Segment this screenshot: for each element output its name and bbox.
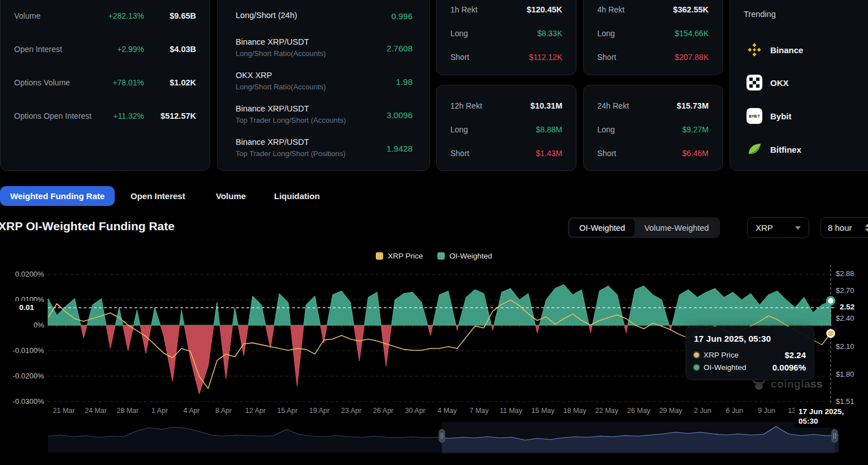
stat-row: Open Interest +2.99% $4.03B xyxy=(14,43,196,55)
rekt-long-label: Long xyxy=(597,125,615,134)
rekt-total: $120.45K xyxy=(527,5,562,14)
ratio-subtitle: Long/Short Ratio(Accounts) xyxy=(236,81,413,93)
rekt-short-label: Short xyxy=(597,149,616,158)
rekt-short-value: $112.12K xyxy=(529,53,562,62)
rekt-total: $10.31M xyxy=(531,101,562,110)
x-axis-tick: 12 Apr xyxy=(237,407,274,415)
chevron-down-icon xyxy=(795,226,801,230)
weighting-mode-toggle: OI-Weighted Volume-Weighted xyxy=(568,217,720,238)
tab-volume[interactable]: Volume xyxy=(216,186,246,206)
ratio-value: 0.996 xyxy=(391,11,413,20)
trending-title: Trending xyxy=(744,10,776,19)
ratio-row: Binance XRP/USDT Long/Short Ratio(Accoun… xyxy=(236,36,413,59)
tooltip-series-value: 0.0096% xyxy=(772,363,806,372)
ratio-title: OKX XRP xyxy=(236,70,413,81)
toggle-oi-weighted[interactable]: OI-Weighted xyxy=(570,219,635,236)
tab-open-interest[interactable]: Open Interest xyxy=(131,186,185,206)
stat-value: $4.03B xyxy=(144,45,196,54)
ratio-value: 3.0096 xyxy=(387,110,413,119)
x-axis-tick: 2 Jun xyxy=(684,407,721,415)
rekt-long-value: $154.66K xyxy=(675,29,709,38)
x-axis-tick: 6 Jun xyxy=(717,407,753,415)
left-axis-tick: 0% xyxy=(0,321,44,330)
tab-weighted-funding-rate[interactable]: Weighted Funding Rate xyxy=(0,186,115,206)
stat-change-percent: +2.99% xyxy=(117,45,144,54)
trending-item-bybit[interactable]: BYBIT Bybit xyxy=(747,107,792,124)
rekt-title: 12h Rekt xyxy=(450,101,482,110)
rekt-title: 1h Rekt xyxy=(450,5,478,14)
bybit-logo-icon: BYBIT xyxy=(747,108,762,124)
rekt-title: 24h Rekt xyxy=(597,101,629,110)
rekt-short-value: $207.88K xyxy=(675,53,709,62)
ratio-title: Long/Short (24h) xyxy=(236,10,413,21)
navigator-left-handle[interactable] xyxy=(439,429,445,442)
rekt-1h-panel: 1h Rekt$120.45K Long$8.33K Short$112.12K xyxy=(436,0,576,75)
x-axis-tick: 22 May xyxy=(589,407,625,415)
ratio-title: Binance XRP/USDT xyxy=(236,36,413,48)
left-axis-tick: -0.0300% xyxy=(0,397,44,406)
long-short-ratio-panel: Long/Short (24h) 0.996 Binance XRP/USDT … xyxy=(217,0,430,171)
navigator-right-handle[interactable] xyxy=(832,429,837,442)
left-axis-tick: 0.0200% xyxy=(0,270,44,279)
bitfinex-logo-icon xyxy=(747,141,762,157)
rekt-long-label: Long xyxy=(597,29,615,38)
ratio-value: 1.98 xyxy=(396,76,413,86)
pair-select[interactable]: XRP xyxy=(747,217,809,238)
x-axis-tick: 21 Mar xyxy=(46,407,82,415)
chart-legend: XRP Price OI-Weighted xyxy=(0,252,868,260)
legend-item-xrp-price[interactable]: XRP Price xyxy=(376,252,423,260)
funding-marker-box: 0.01 xyxy=(15,301,38,314)
tooltip-series-label: OI-Weighted xyxy=(704,363,747,372)
stat-label: Open Interest xyxy=(14,45,62,54)
stat-label: Volume xyxy=(14,11,41,20)
x-axis-tick: 7 May xyxy=(461,407,497,415)
right-axis-tick: $2.88 xyxy=(836,269,854,278)
right-axis-tick: $1.80 xyxy=(836,370,854,379)
oi-weighted-swatch-icon xyxy=(437,252,445,260)
rekt-4h-panel: 4h Rekt$362.55K Long$154.66K Short$207.8… xyxy=(583,0,723,75)
price-current-dot xyxy=(827,330,835,337)
ratio-title: Binance XRP/USDT xyxy=(236,103,413,115)
stat-value: $9.65B xyxy=(144,11,196,20)
rekt-total: $15.73M xyxy=(677,101,709,110)
trending-item-okx[interactable]: OKX xyxy=(747,74,789,91)
stat-change-percent: +11.32% xyxy=(113,111,144,120)
stat-row: Volume +282.13% $9.65B xyxy=(14,10,196,22)
trending-item-binance[interactable]: Binance xyxy=(747,41,803,58)
ratio-title: Binance XRP/USDT xyxy=(236,136,413,148)
stat-label: Options Volume xyxy=(14,78,70,87)
navigator-dim-left xyxy=(48,422,442,454)
rekt-short-value: $1.43M xyxy=(536,149,562,158)
x-axis-tick: 4 May xyxy=(429,407,465,415)
x-axis-tick: 15 May xyxy=(525,407,561,415)
ratio-subtitle: Top Trader Long/Short (Positions) xyxy=(236,148,413,160)
tooltip-row-price: XRP Price $2.24 xyxy=(694,350,806,360)
tab-liquidation[interactable]: Liquidation xyxy=(274,186,320,206)
trending-item-label: Bybit xyxy=(770,111,792,121)
stat-label: Options Open Interest xyxy=(14,111,92,120)
legend-item-oi-weighted[interactable]: OI-Weighted xyxy=(437,252,492,260)
chart-tooltip: 17 Jun 2025, 05:30 XRP Price $2.24 OI-We… xyxy=(685,326,814,380)
right-axis-tick: $2.10 xyxy=(836,342,854,351)
okx-logo-icon xyxy=(747,75,762,91)
x-axis-tick: 9 Jun xyxy=(748,407,784,415)
updown-spinner-icon xyxy=(865,224,868,231)
trending-item-label: Binance xyxy=(770,45,803,55)
stat-row: Options Open Interest +11.32% $512.57K xyxy=(14,110,196,122)
x-axis-tick: 24 Mar xyxy=(78,407,114,415)
stat-row: Options Volume +78.01% $1.02K xyxy=(14,76,196,89)
price-marker-box: 2.52 xyxy=(836,300,858,313)
page-title: XRP OI-Weighted Funding Rate xyxy=(0,219,175,233)
toggle-volume-weighted[interactable]: Volume-Weighted xyxy=(635,219,718,236)
rekt-short-label: Short xyxy=(597,53,616,62)
rekt-12h-panel: 12h Rekt$10.31M Long$8.88M Short$1.43M xyxy=(436,85,576,171)
trending-item-label: Bitfinex xyxy=(770,145,801,154)
x-axis-tick: 30 Apr xyxy=(397,407,433,415)
stat-value: $1.02K xyxy=(144,78,196,87)
x-axis-tick: 18 May xyxy=(557,407,593,415)
interval-select[interactable]: 8 hour xyxy=(821,217,868,238)
trending-item-bitfinex[interactable]: Bitfinex xyxy=(747,141,801,158)
stat-change-percent: +78.01% xyxy=(112,78,144,87)
left-axis-tick: -0.0100% xyxy=(0,346,44,355)
x-axis-tick: 11 May xyxy=(493,407,529,415)
